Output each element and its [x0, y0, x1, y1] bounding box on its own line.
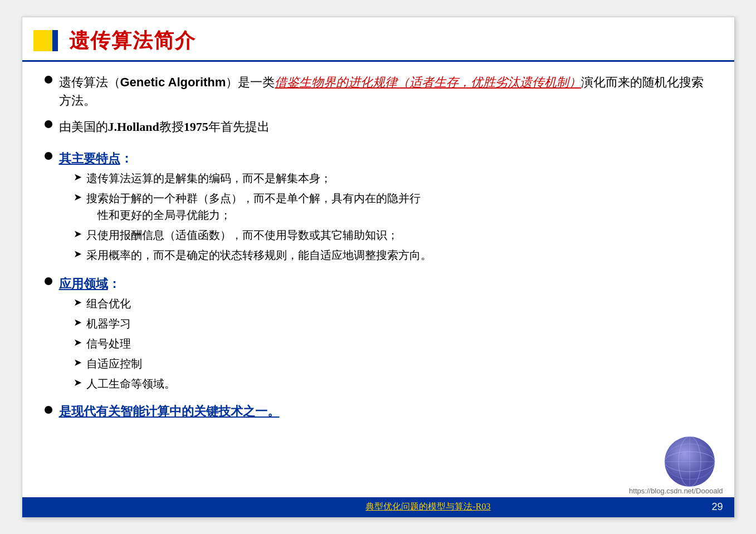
bullet-dot-3	[45, 152, 52, 160]
arrow-3-2: ➤	[74, 191, 82, 203]
title-decoration	[33, 30, 58, 51]
sub-item-3-4: ➤ 采用概率的，而不是确定的状态转移规则，能自适应地调整搜索方向。	[74, 247, 712, 263]
yellow-block	[33, 30, 55, 51]
bullet-1: 遗传算法（Genetic Algorithm）是一类借鉴生物界的进化规律（适者生…	[45, 73, 712, 110]
b4-label: 应用领域	[59, 277, 108, 291]
bullet-text-4: 应用领域：	[59, 275, 712, 293]
bullet-3: 其主要特点： ➤ 遗传算法运算的是解集的编码，而不是解集本身； ➤ 搜索始于解的…	[45, 149, 712, 267]
content-area: 遗传算法（Genetic Algorithm）是一类借鉴生物界的进化规律（适者生…	[22, 62, 734, 433]
sub-text-3-4: 采用概率的，而不是确定的状态转移规则，能自适应地调整搜索方向。	[86, 247, 432, 263]
b4-colon: ：	[108, 277, 120, 291]
sub-text-3-3: 只使用报酬信息（适值函数），而不使用导数或其它辅助知识；	[86, 227, 398, 243]
bullet-5: 是现代有关智能计算中的关键技术之一。	[45, 403, 712, 420]
arrow-4-3: ➤	[74, 336, 82, 349]
sub-text-3-2: 搜索始于解的一个种群（多点），而不是单个解，具有内在的隐并行 性和更好的全局寻优…	[86, 190, 421, 223]
b1-underline: 借鉴生物界的进化规律（适者生存，优胜劣汰遗传机制）	[275, 75, 581, 89]
bullet-text-2: 由美国的J.Holland教授1975年首先提出	[59, 117, 270, 136]
sub-item-3-2: ➤ 搜索始于解的一个种群（多点），而不是单个解，具有内在的隐并行 性和更好的全局…	[74, 190, 712, 223]
b2-text2: 教授	[159, 120, 184, 134]
bullet-text-5: 是现代有关智能计算中的关键技术之一。	[59, 403, 280, 420]
bullet-dot-1	[45, 76, 52, 84]
b2-bold: J.Holland	[108, 120, 159, 134]
arrow-4-2: ➤	[74, 316, 82, 329]
sub-text-4-5: 人工生命等领域。	[86, 375, 175, 392]
globe-svg	[662, 434, 718, 489]
arrow-3-3: ➤	[74, 228, 82, 240]
sub-text-4-3: 信号处理	[86, 335, 131, 352]
b3-subitems: ➤ 遗传算法运算的是解集的编码，而不是解集本身； ➤ 搜索始于解的一个种群（多点…	[74, 170, 712, 263]
title-area: 遗传算法简介	[22, 17, 734, 62]
bullet-dot-4	[45, 277, 52, 285]
footer-url: https://blog.csdn.net/Doooald	[629, 487, 723, 495]
bullet-dot-5	[45, 406, 52, 414]
globe-decoration	[662, 434, 718, 489]
sub-text-4-2: 机器学习	[86, 315, 131, 332]
sub-item-4-1: ➤ 组合优化	[74, 295, 712, 312]
bullet-2: 由美国的J.Holland教授1975年首先提出	[45, 117, 712, 136]
bullet-text-1: 遗传算法（Genetic Algorithm）是一类借鉴生物界的进化规律（适者生…	[59, 73, 712, 110]
bullet-4: 应用领域： ➤ 组合优化 ➤ 机器学习 ➤ 信号处理	[45, 275, 712, 395]
sub-item-3-3: ➤ 只使用报酬信息（适值函数），而不使用导数或其它辅助知识；	[74, 227, 712, 243]
footer: 典型优化问题的模型与算法-R03 29	[22, 497, 734, 517]
gap1	[45, 144, 712, 149]
b4-subitems: ➤ 组合优化 ➤ 机器学习 ➤ 信号处理 ➤ 自适应控制	[74, 295, 712, 392]
blue-block	[52, 30, 58, 51]
b3-label: 其主要特点	[59, 151, 120, 165]
slide-title: 遗传算法简介	[69, 27, 196, 55]
arrow-4-5: ➤	[74, 376, 82, 389]
b2-text3: 年首先提出	[208, 120, 270, 134]
footer-page: 29	[711, 501, 723, 513]
bullet-dot-2	[45, 120, 52, 128]
b1-prefix: 遗传算法（	[59, 75, 120, 89]
sub-text-3-1: 遗传算法运算的是解集的编码，而不是解集本身；	[86, 170, 331, 187]
sub-item-4-3: ➤ 信号处理	[74, 335, 712, 352]
b2-year: 1975	[184, 120, 208, 134]
arrow-4-4: ➤	[74, 356, 82, 369]
arrow-3-4: ➤	[74, 248, 82, 260]
sub-text-4-1: 组合优化	[86, 295, 131, 312]
arrow-4-1: ➤	[74, 296, 82, 308]
b1-suffix: ）是一类	[226, 75, 275, 89]
sub-item-4-5: ➤ 人工生命等领域。	[74, 375, 712, 392]
sub-item-3-1: ➤ 遗传算法运算的是解集的编码，而不是解集本身；	[74, 170, 712, 187]
slide: 遗传算法简介 遗传算法（Genetic Algorithm）是一类借鉴生物界的进…	[22, 17, 735, 518]
b3-colon: ：	[120, 151, 133, 165]
bullet-text-3: 其主要特点：	[59, 149, 712, 168]
b2-text: 由美国的	[59, 120, 108, 134]
sub-text-4-4: 自适应控制	[86, 355, 142, 372]
sub-item-4-2: ➤ 机器学习	[74, 315, 712, 332]
arrow-3-1: ➤	[74, 171, 82, 183]
b1-bold: Genetic Algorithm	[120, 75, 226, 89]
sub-item-4-4: ➤ 自适应控制	[74, 355, 712, 372]
footer-title: 典型优化问题的模型与算法-R03	[365, 501, 490, 513]
